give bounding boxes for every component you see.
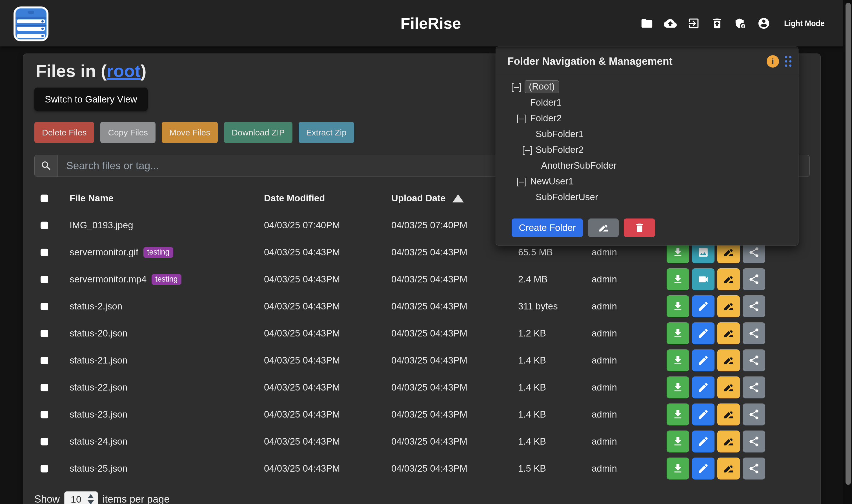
- file-name[interactable]: servermonitor.mp4: [70, 274, 146, 285]
- rename-folder-button[interactable]: [588, 218, 619, 237]
- file-name[interactable]: servermonitor.gif: [70, 247, 138, 258]
- folder-label[interactable]: SubFolder1: [536, 129, 584, 139]
- page-scrollbar-thumb[interactable]: [846, 3, 851, 485]
- row-checkbox[interactable]: [40, 330, 48, 337]
- folder-label[interactable]: (Root): [525, 80, 559, 93]
- preview-button[interactable]: [692, 268, 714, 290]
- file-name-cell: status-21.json: [68, 355, 263, 366]
- checkbox-cell: [34, 330, 68, 337]
- edit-button[interactable]: [692, 295, 714, 317]
- folder-tree-item-folder1[interactable]: Folder1: [496, 95, 798, 110]
- delete-files-button[interactable]: Delete Files: [34, 122, 94, 143]
- column-header-file-name[interactable]: File Name: [68, 193, 263, 203]
- rename-button[interactable]: [717, 268, 740, 290]
- items-per-page-select[interactable]: 10: [64, 491, 98, 504]
- download-button[interactable]: [666, 376, 689, 398]
- edit-button[interactable]: [692, 457, 714, 480]
- row-checkbox[interactable]: [40, 276, 48, 283]
- folder-label[interactable]: AnotherSubFolder: [541, 160, 617, 171]
- account-circle-icon[interactable]: [757, 17, 770, 30]
- row-checkbox[interactable]: [40, 303, 48, 310]
- move-files-button[interactable]: Move Files: [162, 122, 218, 143]
- row-checkbox[interactable]: [40, 384, 48, 391]
- folder-tree-item-subfolder2[interactable]: [–]SubFolder2: [496, 142, 798, 158]
- tree-collapse-toggle[interactable]: [–]: [511, 82, 525, 92]
- download-button[interactable]: [666, 431, 689, 452]
- share-button[interactable]: [743, 376, 765, 398]
- date-modified-cell: 04/03/25 04:43PM: [263, 274, 390, 285]
- rename-button[interactable]: [717, 457, 740, 480]
- rename-button[interactable]: [717, 403, 740, 426]
- share-button[interactable]: [743, 268, 765, 290]
- tree-collapse-toggle[interactable]: [–]: [517, 113, 530, 124]
- rename-button[interactable]: [717, 322, 740, 344]
- file-name[interactable]: status-20.json: [70, 328, 127, 339]
- download-button[interactable]: [666, 349, 689, 372]
- rename-button[interactable]: [717, 376, 740, 398]
- rename-button[interactable]: [717, 295, 740, 317]
- folder-tree-item-subfolder1[interactable]: SubFolder1: [496, 126, 798, 142]
- extract-zip-button[interactable]: Extract Zip: [299, 122, 354, 143]
- row-checkbox[interactable]: [40, 411, 48, 418]
- tree-collapse-toggle[interactable]: [–]: [522, 144, 536, 155]
- folder-label[interactable]: SubFolderUser: [536, 192, 598, 202]
- share-button[interactable]: [743, 457, 765, 480]
- file-name[interactable]: status-2.json: [70, 301, 122, 312]
- rename-button[interactable]: [717, 349, 740, 372]
- share-button[interactable]: [743, 295, 765, 317]
- light-mode-toggle[interactable]: Light Mode: [784, 0, 825, 47]
- row-checkbox[interactable]: [40, 465, 48, 472]
- row-checkbox[interactable]: [40, 438, 48, 446]
- download-button[interactable]: [666, 403, 689, 426]
- drag-handle-icon[interactable]: [785, 56, 792, 67]
- download-button[interactable]: [666, 268, 689, 290]
- folder-label[interactable]: Folder1: [530, 97, 562, 108]
- folder-label[interactable]: NewUser1: [530, 176, 574, 187]
- download-zip-button[interactable]: Download ZIP: [224, 122, 292, 143]
- edit-button[interactable]: [692, 403, 714, 426]
- row-checkbox[interactable]: [40, 249, 48, 256]
- switch-gallery-view-button[interactable]: Switch to Gallery View: [34, 88, 147, 111]
- admin-shield-icon[interactable]: [734, 17, 747, 30]
- edit-button[interactable]: [692, 322, 714, 344]
- folder-icon[interactable]: [640, 17, 654, 30]
- restore-from-trash-icon[interactable]: [711, 17, 724, 30]
- select-all-checkbox[interactable]: [40, 195, 48, 202]
- download-button[interactable]: [666, 322, 689, 344]
- share-button[interactable]: [743, 349, 765, 372]
- row-checkbox[interactable]: [40, 221, 48, 229]
- edit-button[interactable]: [692, 376, 714, 398]
- cloud-upload-icon[interactable]: [664, 17, 677, 30]
- root-folder-link[interactable]: root: [106, 61, 141, 80]
- file-name[interactable]: status-24.json: [70, 436, 127, 447]
- create-folder-button[interactable]: Create Folder: [512, 218, 583, 237]
- delete-folder-button[interactable]: [624, 218, 655, 237]
- folder-tree-item-newuser1[interactable]: [–]NewUser1: [496, 174, 798, 189]
- folder-tree-item-folder2[interactable]: [–]Folder2: [496, 110, 798, 126]
- share-button[interactable]: [743, 431, 765, 452]
- share-button[interactable]: [743, 403, 765, 426]
- row-checkbox[interactable]: [40, 357, 48, 364]
- tree-collapse-toggle[interactable]: [–]: [517, 176, 530, 187]
- download-button[interactable]: [666, 295, 689, 317]
- file-name[interactable]: status-25.json: [70, 463, 127, 474]
- edit-button[interactable]: [692, 349, 714, 372]
- folder-label[interactable]: Folder2: [530, 113, 562, 124]
- copy-files-button[interactable]: Copy Files: [100, 122, 156, 143]
- column-header-date-modified[interactable]: Date Modified: [263, 193, 390, 203]
- exit-to-app-icon[interactable]: [687, 17, 700, 30]
- share-button[interactable]: [743, 322, 765, 344]
- file-name[interactable]: status-21.json: [70, 355, 127, 366]
- folder-label[interactable]: SubFolder2: [536, 144, 584, 155]
- info-icon[interactable]: i: [767, 55, 779, 68]
- file-name[interactable]: status-23.json: [70, 409, 127, 420]
- file-name[interactable]: IMG_0193.jpeg: [70, 220, 133, 231]
- edit-button[interactable]: [692, 431, 714, 452]
- folder-tree-item-anothersubfolder[interactable]: AnotherSubFolder: [496, 158, 798, 174]
- rename-button[interactable]: [717, 431, 740, 452]
- file-row: status-20.json04/03/25 04:43PM04/03/25 0…: [34, 320, 810, 347]
- folder-tree-item-subfolderuser[interactable]: SubFolderUser: [496, 189, 798, 205]
- file-name[interactable]: status-22.json: [70, 382, 127, 393]
- download-button[interactable]: [666, 457, 689, 480]
- folder-tree-item-root[interactable]: [–](Root): [496, 79, 798, 95]
